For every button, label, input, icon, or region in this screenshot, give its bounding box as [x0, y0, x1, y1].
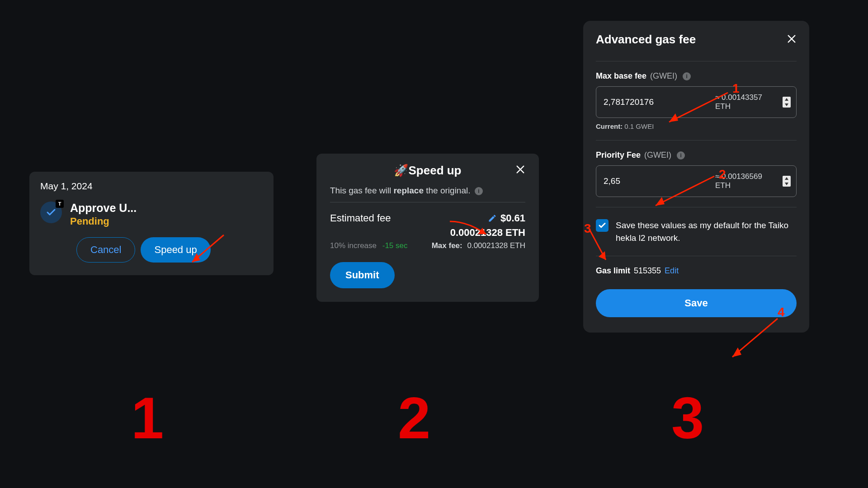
priority-fee-label: Priority Fee [596, 150, 641, 160]
max-base-fee-input-wrapper: ≈ 0.00143357 ETH [596, 86, 797, 118]
annotation-number-2: 2 [719, 167, 726, 182]
close-icon [787, 34, 797, 44]
fee-increase: 10% increase [330, 241, 377, 250]
transaction-icon: T [40, 202, 62, 223]
estimated-fee-label: Estimated fee [330, 212, 391, 224]
info-icon[interactable]: i [475, 187, 483, 195]
max-base-fee-input[interactable] [604, 97, 711, 107]
divider [596, 207, 797, 207]
estimated-fee-eth: 0.00021328 ETH [450, 227, 525, 239]
save-default-checkbox[interactable] [596, 219, 609, 232]
modal-subtitle: This gas fee will replace the original. … [330, 186, 525, 196]
step-number-3: 3 [671, 384, 704, 452]
save-default-label: Save these values as my default for the … [616, 219, 797, 244]
divider [330, 202, 525, 202]
priority-fee-input-wrapper: ≈ 0.00136569 ETH [596, 165, 797, 197]
modal-title: 🚀Speed up [394, 164, 461, 178]
close-icon [515, 164, 525, 174]
edit-fee-button[interactable] [488, 214, 497, 223]
annotation-number-3: 3 [584, 221, 591, 236]
edit-gas-limit-link[interactable]: Edit [665, 266, 679, 276]
svg-marker-4 [785, 98, 788, 101]
transaction-title: Approve U... [70, 202, 137, 215]
gas-limit-value: 515355 [634, 266, 661, 276]
info-icon[interactable]: i [683, 72, 691, 80]
annotation-number-1: 1 [732, 81, 740, 96]
cancel-button[interactable]: Cancel [76, 237, 135, 263]
transaction-date: May 1, 2024 [40, 181, 263, 192]
unit-label: (GWEI) [644, 150, 671, 160]
unit-label: (GWEI) [650, 71, 677, 81]
step-number-2: 2 [398, 384, 430, 452]
divider [596, 140, 797, 141]
transaction-card: May 1, 2024 T Approve U... Pending Cance… [29, 172, 274, 275]
max-fee-label: Max fee: [432, 241, 462, 250]
divider [596, 61, 797, 61]
submit-button[interactable]: Submit [330, 262, 395, 288]
check-icon [598, 221, 606, 230]
gas-limit-label: Gas limit [596, 266, 630, 276]
close-button[interactable] [787, 34, 797, 46]
advanced-gas-modal: Advanced gas fee Max base fee (GWEI) i ≈… [583, 21, 809, 333]
step-number-1: 1 [131, 384, 164, 452]
chevron-up-icon [783, 176, 791, 181]
current-base-fee: Current: 0.1 GWEI [596, 122, 797, 130]
transaction-status: Pending [70, 216, 137, 227]
max-base-fee-approx: ≈ 0.00143357 ETH [715, 93, 778, 111]
svg-marker-6 [785, 177, 788, 180]
fee-time: -15 sec [382, 241, 408, 250]
chevron-up-icon [783, 97, 791, 102]
network-badge: T [56, 200, 64, 208]
svg-marker-18 [732, 347, 741, 357]
estimated-fee-usd: $0.61 [500, 212, 525, 224]
info-icon[interactable]: i [677, 151, 685, 160]
max-fee-value: 0.00021328 ETH [467, 241, 525, 250]
svg-marker-7 [785, 183, 788, 185]
speed-up-button[interactable]: Speed up [141, 237, 210, 263]
chevron-down-icon [783, 181, 791, 187]
modal-title: Advanced gas fee [596, 33, 696, 47]
speed-up-modal: 🚀Speed up This gas fee will replace the … [316, 154, 539, 302]
priority-fee-input[interactable] [604, 176, 711, 186]
max-base-fee-label: Max base fee [596, 71, 646, 81]
annotation-number-4: 4 [778, 305, 785, 319]
svg-marker-5 [785, 103, 788, 106]
priority-fee-stepper[interactable] [783, 176, 791, 187]
max-base-fee-stepper[interactable] [783, 97, 791, 108]
close-button[interactable] [515, 164, 525, 176]
chevron-down-icon [783, 102, 791, 108]
divider [596, 256, 797, 256]
save-button[interactable]: Save [596, 289, 797, 317]
